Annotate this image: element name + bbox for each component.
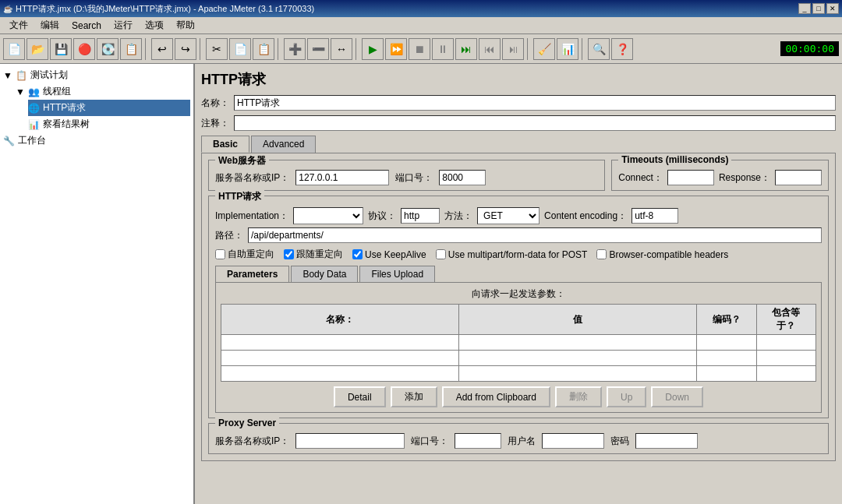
tab-files-upload[interactable]: Files Upload <box>359 266 435 282</box>
maximize-button[interactable]: □ <box>812 3 825 14</box>
toolbar-clear[interactable]: 🧹 <box>533 38 555 60</box>
tab-basic[interactable]: Basic <box>201 136 249 153</box>
multipart-checkbox[interactable] <box>436 249 446 259</box>
toolbar-remote-start[interactable]: ⏭ <box>455 38 477 60</box>
browser-headers-checkbox[interactable] <box>596 249 607 259</box>
checkbox-keepalive[interactable]: Use KeepAlive <box>352 249 426 260</box>
col-value: 值 <box>459 305 697 335</box>
menu-options[interactable]: 选项 <box>139 17 170 33</box>
response-label: Response： <box>719 171 770 185</box>
menu-help[interactable]: 帮助 <box>170 17 201 33</box>
connect-label: Connect： <box>618 171 663 185</box>
toolbar-new[interactable]: 📄 <box>3 38 25 60</box>
menu-bar: 文件 编辑 Search 运行 选项 帮助 <box>0 17 842 34</box>
toolbar-save2[interactable]: 💽 <box>97 38 119 60</box>
toolbar-paste[interactable]: 📋 <box>253 38 274 60</box>
close-button[interactable]: ✕ <box>826 3 839 14</box>
add-button[interactable]: 添加 <box>391 386 437 407</box>
impl-select[interactable] <box>293 207 363 224</box>
cell-value-3 <box>459 366 697 382</box>
tab-body-data[interactable]: Body Data <box>291 266 358 282</box>
follow-redirect-label: 跟随重定向 <box>296 248 343 261</box>
toolbar-stop[interactable]: ⏹ <box>409 38 430 60</box>
toolbar-remote-shutdown[interactable]: ⏯ <box>502 38 524 60</box>
checkboxes-row: 自助重定向 跟随重定向 Use KeepAlive Use multi <box>215 248 822 261</box>
toolbar-toggle[interactable]: ↔ <box>331 38 352 60</box>
server-fields-row: 服务器名称或IP： 端口号： <box>215 170 598 185</box>
checkbox-auto-redirect[interactable]: 自助重定向 <box>215 248 274 261</box>
thread-expand-icon: ▼ <box>16 86 25 97</box>
inner-tabs: Parameters Body Data Files Upload <box>215 266 822 283</box>
toolbar-search[interactable]: 🔍 <box>588 38 610 60</box>
toolbar-expand[interactable]: ➕ <box>284 38 306 60</box>
cell-encode-3 <box>697 366 756 382</box>
checkbox-follow-redirect[interactable]: 跟随重定向 <box>284 248 343 261</box>
tree-item-test-plan[interactable]: ▼ 📋 测试计划 <box>3 67 190 83</box>
comment-label: 注释： <box>201 117 229 130</box>
name-input[interactable] <box>234 95 836 111</box>
follow-redirect-checkbox[interactable] <box>284 249 294 259</box>
toolbar-copy[interactable]: 📄 <box>229 38 251 60</box>
detail-button[interactable]: Detail <box>334 386 386 407</box>
add-from-clipboard-button[interactable]: Add from Clipboard <box>442 386 550 407</box>
checkbox-browser-headers[interactable]: Browser-compatible headers <box>596 249 728 260</box>
separator-6 <box>582 38 585 60</box>
tree-item-workbench[interactable]: 🔧 工作台 <box>3 132 190 149</box>
protocol-input[interactable] <box>401 208 440 224</box>
cell-name <box>221 335 459 351</box>
toolbar-clear-all[interactable]: 📊 <box>557 38 578 60</box>
encoding-input[interactable] <box>632 208 678 224</box>
toolbar-collapse[interactable]: ➖ <box>307 38 329 60</box>
auto-redirect-checkbox[interactable] <box>215 249 225 259</box>
toolbar-template[interactable]: 📋 <box>120 38 142 60</box>
checkbox-multipart[interactable]: Use multipart/form-data for POST <box>436 249 588 260</box>
tree-item-view-results[interactable]: 📊 察看结果树 <box>28 116 190 132</box>
proxy-port-label: 端口号： <box>411 435 448 448</box>
path-input[interactable] <box>248 227 822 243</box>
response-input[interactable] <box>775 170 822 185</box>
toolbar-run-no-pause[interactable]: ⏩ <box>385 38 407 60</box>
tab-advanced[interactable]: Advanced <box>251 136 316 153</box>
separator-2 <box>200 38 203 60</box>
keepalive-checkbox[interactable] <box>352 249 363 259</box>
cell-encode <box>697 335 756 351</box>
minimize-button[interactable]: _ <box>798 3 811 14</box>
down-button[interactable]: Down <box>651 386 703 407</box>
tree-item-http-request[interactable]: 🌐 HTTP请求 <box>28 100 190 116</box>
up-button[interactable]: Up <box>607 386 646 407</box>
toolbar-cut[interactable]: ✂ <box>206 38 228 60</box>
toolbar-open[interactable]: 📂 <box>27 38 48 60</box>
toolbar-redo[interactable]: ↪ <box>175 38 196 60</box>
menu-run[interactable]: 运行 <box>108 17 139 33</box>
menu-edit[interactable]: 编辑 <box>34 17 65 33</box>
proxy-port-input[interactable] <box>455 433 501 449</box>
panel-title: HTTP请求 <box>201 70 836 89</box>
toolbar-undo[interactable]: ↩ <box>151 38 173 60</box>
toolbar-revert[interactable]: 🔴 <box>73 38 95 60</box>
toolbar-save[interactable]: 💾 <box>50 38 72 60</box>
http-request-panel: HTTP请求 名称： 注释： Basic Advanced <box>201 70 836 461</box>
toolbar-remote-stop[interactable]: ⏮ <box>479 38 501 60</box>
port-input[interactable] <box>439 170 486 185</box>
results-label: 察看结果树 <box>43 118 90 131</box>
menu-search[interactable]: Search <box>65 19 108 33</box>
delete-button[interactable]: 删除 <box>555 386 602 407</box>
menu-file[interactable]: 文件 <box>3 17 34 33</box>
http-request-label: HTTP请求 <box>43 101 86 115</box>
tab-parameters[interactable]: Parameters <box>215 266 289 282</box>
proxy-server-input[interactable] <box>295 433 405 449</box>
http-method-row: Implementation： 协议： 方法： GET POST Content… <box>215 207 822 224</box>
tree-item-thread-group[interactable]: ▼ 👥 线程组 <box>16 83 190 100</box>
connect-input[interactable] <box>667 170 714 185</box>
server-input[interactable] <box>295 170 389 185</box>
toolbar-run[interactable]: ▶ <box>362 38 384 60</box>
proxy-pass-input[interactable] <box>635 433 698 449</box>
inner-tabs-container: Parameters Body Data Files Upload 向请求一起发… <box>215 266 822 413</box>
proxy-user-input[interactable] <box>542 433 604 449</box>
comment-input[interactable] <box>234 115 836 131</box>
http-request-title: HTTP请求 <box>215 190 264 203</box>
http-icon: 🌐 <box>28 103 40 114</box>
toolbar-help[interactable]: ❓ <box>611 38 633 60</box>
toolbar-shutdown[interactable]: ⏸ <box>432 38 454 60</box>
method-select[interactable]: GET POST <box>477 207 540 224</box>
